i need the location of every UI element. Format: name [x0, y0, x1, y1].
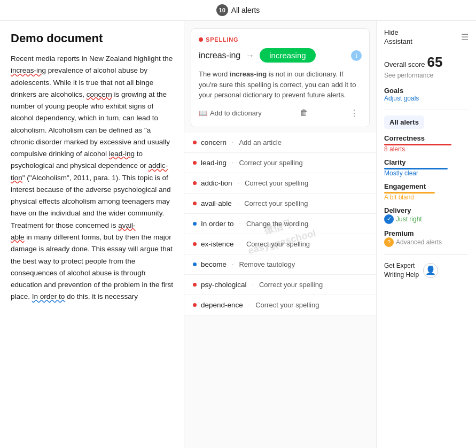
alert-sep: · — [232, 138, 233, 146]
delete-button[interactable]: 🗑 — [296, 107, 311, 119]
alert-badge: 10 All alerts — [216, 4, 260, 16]
main-content: Demo document Recent media reports in Ne… — [0, 21, 476, 448]
misspelled-concern: concern — [87, 90, 112, 98]
hide-assistant-icon[interactable]: ☰ — [461, 32, 469, 42]
misspelled-available: avail-able — [11, 221, 136, 241]
correctness-metric: Correctness 8 alerts — [384, 134, 469, 153]
alert-dot-red — [193, 181, 197, 185]
engagement-sub: A bit bland — [384, 194, 469, 201]
misspelled-addiction: addic-tion — [11, 161, 168, 181]
wrong-word: increas-ing — [199, 51, 240, 60]
see-performance-link[interactable]: See performance — [384, 72, 469, 79]
alert-item[interactable]: depend-ence · Correct your spelling — [184, 295, 376, 315]
sidebar-panel: Hide Assistant ☰ Overall score 65 See pe… — [377, 21, 476, 448]
spelling-card: SPELLING increas-ing → increasing i The … — [191, 28, 370, 127]
divider — [384, 110, 469, 110]
alert-sep: · — [252, 281, 254, 288]
person-icon: 👤 — [423, 263, 438, 278]
alert-dot-red — [193, 161, 197, 165]
card-actions: 📖 Add to dictionary 🗑 ⋮ — [199, 107, 362, 119]
spelling-tag-label: SPELLING — [206, 36, 238, 43]
book-icon: 📖 — [199, 109, 207, 117]
spelling-suggestion: increas-ing → increasing i — [199, 48, 362, 63]
alert-sep: · — [239, 220, 241, 227]
alert-item[interactable]: concern · Add an article — [184, 133, 376, 153]
app-container: 10 All alerts Demo document Recent media… — [0, 0, 476, 448]
alert-action: Correct your spelling — [245, 179, 308, 187]
alert-word: lead-ing — [201, 159, 227, 167]
hide-assistant-label: Hide Assistant — [384, 28, 412, 47]
alert-item[interactable]: become · Remove tautology — [184, 254, 376, 275]
arrow-icon: → — [246, 51, 254, 60]
add-to-dictionary-button[interactable]: 📖 Add to dictionary — [199, 109, 262, 117]
alert-action: Change the wording — [246, 220, 308, 228]
alert-word: addic-tion — [201, 179, 232, 187]
document-body: Recent media reports in New Zealand high… — [11, 53, 173, 303]
alerts-panel: 微信号 easygpaschool SPELLING increas-ing →… — [184, 21, 377, 448]
overall-score-label: Overall score — [384, 60, 425, 68]
score-section: Overall score 65 — [384, 54, 469, 71]
alert-count-badge: 10 — [216, 4, 228, 16]
clarity-inorderto: In order to — [32, 292, 65, 300]
alert-label: All alerts — [231, 6, 260, 14]
alert-item[interactable]: addic-tion · Correct your spelling — [184, 173, 376, 194]
alert-dot-red — [193, 141, 197, 144]
goals-title: Goals — [384, 87, 469, 95]
alert-sep: · — [248, 301, 250, 308]
goals-section: Goals Adjust goals — [384, 87, 469, 102]
spelling-tag: SPELLING — [199, 36, 362, 43]
alert-dot-red — [193, 283, 197, 287]
premium-label: Premium — [384, 229, 469, 237]
engagement-label: Engagement — [384, 182, 469, 190]
alert-dot-red — [193, 202, 197, 205]
overall-score-value: 65 — [427, 54, 443, 71]
alert-word: avail-able — [201, 199, 232, 207]
spelling-dot — [199, 37, 203, 42]
alert-action: Correct your spelling — [246, 240, 310, 248]
alert-item[interactable]: psy-chological · Correct your spelling — [184, 275, 376, 295]
adjust-goals-link[interactable]: Adjust goals — [384, 95, 469, 102]
clarity-sub: Mostly clear — [384, 169, 469, 177]
alert-action: Correct your spelling — [255, 301, 319, 309]
alert-sep: · — [237, 199, 239, 207]
alert-word: concern — [201, 138, 227, 146]
document-panel: Demo document Recent media reports in Ne… — [0, 21, 184, 448]
alert-sep: · — [232, 159, 233, 166]
delivery-row: ✓ Just right — [384, 214, 469, 224]
alert-dot-blue — [193, 222, 197, 226]
alert-list: concern · Add an article lead-ing · Corr… — [184, 133, 376, 315]
alert-word: become — [201, 260, 227, 268]
alert-dot-red — [193, 242, 197, 246]
alert-word: ex-istence — [201, 240, 234, 248]
info-icon: i — [351, 50, 362, 61]
clarity-metric: Clarity Mostly clear — [384, 158, 469, 177]
alert-dot-red — [193, 303, 197, 307]
get-expert-section: Get Expert Writing Help 👤 — [384, 254, 469, 280]
alert-action: Remove tautology — [239, 260, 295, 268]
misspelled-increasing: increas-ing — [11, 66, 46, 74]
correct-word-button[interactable]: increasing — [260, 48, 315, 63]
document-title: Demo document — [11, 32, 173, 45]
alert-item[interactable]: ex-istence · Correct your spelling — [184, 234, 376, 254]
all-alerts-tab[interactable]: All alerts — [384, 115, 424, 129]
alert-item[interactable]: avail-able · Correct your spelling — [184, 194, 376, 214]
delivery-check-icon: ✓ — [384, 214, 394, 224]
correctness-sub: 8 alerts — [384, 145, 469, 153]
hide-assistant-section: Hide Assistant ☰ — [384, 28, 469, 47]
alert-sep: · — [238, 179, 239, 187]
alert-item[interactable]: lead-ing · Correct your spelling — [184, 153, 376, 173]
top-bar: 10 All alerts — [0, 0, 476, 21]
alert-action: Correct your spelling — [239, 159, 302, 167]
get-expert-text: Get Expert Writing Help — [384, 261, 419, 280]
more-options-button[interactable]: ⋮ — [347, 107, 362, 119]
alert-sep: · — [239, 240, 241, 248]
clarity-label: Clarity — [384, 158, 469, 166]
correctness-label: Correctness — [384, 134, 469, 142]
alert-item[interactable]: In order to · Change the wording — [184, 214, 376, 234]
premium-badge-icon: ? — [384, 237, 394, 247]
premium-sub: Advanced alerts — [396, 238, 442, 246]
delivery-metric: Delivery ✓ Just right — [384, 206, 469, 224]
alert-word: In order to — [201, 220, 234, 228]
premium-metric: Premium ? Advanced alerts — [384, 229, 469, 247]
alert-word: psy-chological — [201, 281, 247, 289]
